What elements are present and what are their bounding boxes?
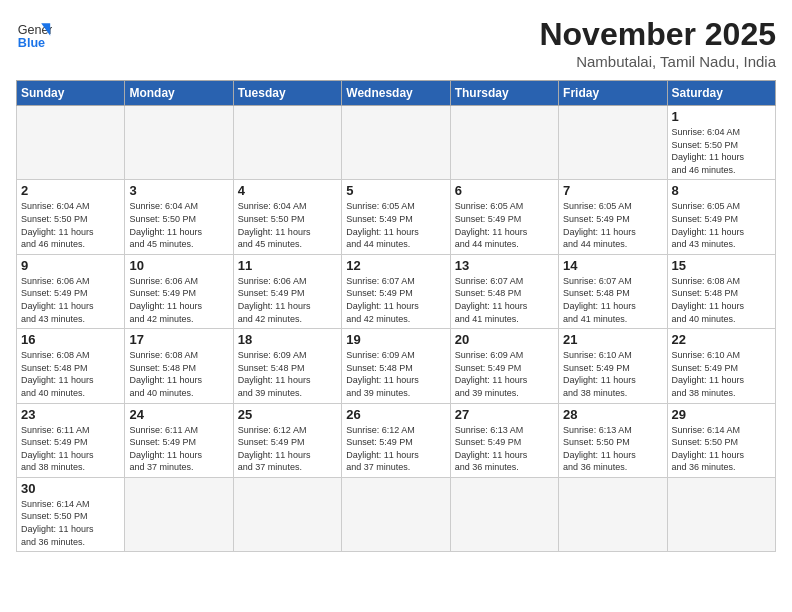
calendar-cell: 25Sunrise: 6:12 AM Sunset: 5:49 PM Dayli… — [233, 403, 341, 477]
cell-info: Sunrise: 6:08 AM Sunset: 5:48 PM Dayligh… — [672, 275, 771, 325]
cell-info: Sunrise: 6:13 AM Sunset: 5:50 PM Dayligh… — [563, 424, 662, 474]
cell-info: Sunrise: 6:09 AM Sunset: 5:48 PM Dayligh… — [238, 349, 337, 399]
day-number: 28 — [563, 407, 662, 422]
calendar-cell — [450, 106, 558, 180]
calendar-cell: 10Sunrise: 6:06 AM Sunset: 5:49 PM Dayli… — [125, 254, 233, 328]
cell-info: Sunrise: 6:04 AM Sunset: 5:50 PM Dayligh… — [21, 200, 120, 250]
day-number: 29 — [672, 407, 771, 422]
cell-info: Sunrise: 6:06 AM Sunset: 5:49 PM Dayligh… — [21, 275, 120, 325]
calendar-cell: 26Sunrise: 6:12 AM Sunset: 5:49 PM Dayli… — [342, 403, 450, 477]
calendar-table: Sunday Monday Tuesday Wednesday Thursday… — [16, 80, 776, 552]
day-number: 6 — [455, 183, 554, 198]
calendar-cell: 1Sunrise: 6:04 AM Sunset: 5:50 PM Daylig… — [667, 106, 775, 180]
header-thursday: Thursday — [450, 81, 558, 106]
day-number: 9 — [21, 258, 120, 273]
cell-info: Sunrise: 6:12 AM Sunset: 5:49 PM Dayligh… — [346, 424, 445, 474]
cell-info: Sunrise: 6:09 AM Sunset: 5:49 PM Dayligh… — [455, 349, 554, 399]
title-block: November 2025 Nambutalai, Tamil Nadu, In… — [539, 16, 776, 70]
cell-info: Sunrise: 6:05 AM Sunset: 5:49 PM Dayligh… — [563, 200, 662, 250]
calendar-cell: 27Sunrise: 6:13 AM Sunset: 5:49 PM Dayli… — [450, 403, 558, 477]
header-tuesday: Tuesday — [233, 81, 341, 106]
cell-info: Sunrise: 6:05 AM Sunset: 5:49 PM Dayligh… — [346, 200, 445, 250]
calendar-cell — [125, 477, 233, 551]
day-number: 22 — [672, 332, 771, 347]
calendar-cell: 22Sunrise: 6:10 AM Sunset: 5:49 PM Dayli… — [667, 329, 775, 403]
calendar-cell: 3Sunrise: 6:04 AM Sunset: 5:50 PM Daylig… — [125, 180, 233, 254]
cell-info: Sunrise: 6:13 AM Sunset: 5:49 PM Dayligh… — [455, 424, 554, 474]
calendar-cell — [342, 106, 450, 180]
cell-info: Sunrise: 6:06 AM Sunset: 5:49 PM Dayligh… — [129, 275, 228, 325]
cell-info: Sunrise: 6:14 AM Sunset: 5:50 PM Dayligh… — [21, 498, 120, 548]
calendar-cell: 12Sunrise: 6:07 AM Sunset: 5:49 PM Dayli… — [342, 254, 450, 328]
calendar-cell: 18Sunrise: 6:09 AM Sunset: 5:48 PM Dayli… — [233, 329, 341, 403]
month-title: November 2025 — [539, 16, 776, 53]
cell-info: Sunrise: 6:14 AM Sunset: 5:50 PM Dayligh… — [672, 424, 771, 474]
calendar-cell — [233, 106, 341, 180]
calendar-cell: 20Sunrise: 6:09 AM Sunset: 5:49 PM Dayli… — [450, 329, 558, 403]
calendar-cell: 29Sunrise: 6:14 AM Sunset: 5:50 PM Dayli… — [667, 403, 775, 477]
day-number: 17 — [129, 332, 228, 347]
cell-info: Sunrise: 6:08 AM Sunset: 5:48 PM Dayligh… — [129, 349, 228, 399]
svg-text:Blue: Blue — [18, 36, 45, 50]
calendar-cell — [559, 106, 667, 180]
calendar-cell: 21Sunrise: 6:10 AM Sunset: 5:49 PM Dayli… — [559, 329, 667, 403]
calendar-cell — [125, 106, 233, 180]
cell-info: Sunrise: 6:05 AM Sunset: 5:49 PM Dayligh… — [455, 200, 554, 250]
calendar-cell — [559, 477, 667, 551]
day-number: 21 — [563, 332, 662, 347]
cell-info: Sunrise: 6:08 AM Sunset: 5:48 PM Dayligh… — [21, 349, 120, 399]
calendar-cell: 19Sunrise: 6:09 AM Sunset: 5:48 PM Dayli… — [342, 329, 450, 403]
calendar-cell: 8Sunrise: 6:05 AM Sunset: 5:49 PM Daylig… — [667, 180, 775, 254]
calendar-cell: 15Sunrise: 6:08 AM Sunset: 5:48 PM Dayli… — [667, 254, 775, 328]
day-number: 24 — [129, 407, 228, 422]
day-number: 4 — [238, 183, 337, 198]
calendar-cell: 13Sunrise: 6:07 AM Sunset: 5:48 PM Dayli… — [450, 254, 558, 328]
header-friday: Friday — [559, 81, 667, 106]
cell-info: Sunrise: 6:07 AM Sunset: 5:48 PM Dayligh… — [455, 275, 554, 325]
day-number: 18 — [238, 332, 337, 347]
calendar-cell: 14Sunrise: 6:07 AM Sunset: 5:48 PM Dayli… — [559, 254, 667, 328]
calendar-cell: 24Sunrise: 6:11 AM Sunset: 5:49 PM Dayli… — [125, 403, 233, 477]
cell-info: Sunrise: 6:07 AM Sunset: 5:48 PM Dayligh… — [563, 275, 662, 325]
cell-info: Sunrise: 6:05 AM Sunset: 5:49 PM Dayligh… — [672, 200, 771, 250]
day-number: 19 — [346, 332, 445, 347]
day-number: 23 — [21, 407, 120, 422]
calendar-cell: 4Sunrise: 6:04 AM Sunset: 5:50 PM Daylig… — [233, 180, 341, 254]
day-number: 2 — [21, 183, 120, 198]
weekday-header-row: Sunday Monday Tuesday Wednesday Thursday… — [17, 81, 776, 106]
day-number: 27 — [455, 407, 554, 422]
day-number: 30 — [21, 481, 120, 496]
header-wednesday: Wednesday — [342, 81, 450, 106]
header-monday: Monday — [125, 81, 233, 106]
calendar-cell — [233, 477, 341, 551]
calendar-cell — [450, 477, 558, 551]
cell-info: Sunrise: 6:11 AM Sunset: 5:49 PM Dayligh… — [21, 424, 120, 474]
calendar-cell: 11Sunrise: 6:06 AM Sunset: 5:49 PM Dayli… — [233, 254, 341, 328]
header-saturday: Saturday — [667, 81, 775, 106]
calendar-cell: 17Sunrise: 6:08 AM Sunset: 5:48 PM Dayli… — [125, 329, 233, 403]
day-number: 25 — [238, 407, 337, 422]
day-number: 13 — [455, 258, 554, 273]
logo: General Blue — [16, 16, 52, 52]
day-number: 11 — [238, 258, 337, 273]
day-number: 20 — [455, 332, 554, 347]
cell-info: Sunrise: 6:04 AM Sunset: 5:50 PM Dayligh… — [672, 126, 771, 176]
page: General Blue November 2025 Nambutalai, T… — [0, 0, 792, 562]
calendar-cell: 16Sunrise: 6:08 AM Sunset: 5:48 PM Dayli… — [17, 329, 125, 403]
cell-info: Sunrise: 6:09 AM Sunset: 5:48 PM Dayligh… — [346, 349, 445, 399]
cell-info: Sunrise: 6:10 AM Sunset: 5:49 PM Dayligh… — [672, 349, 771, 399]
cell-info: Sunrise: 6:06 AM Sunset: 5:49 PM Dayligh… — [238, 275, 337, 325]
day-number: 7 — [563, 183, 662, 198]
day-number: 26 — [346, 407, 445, 422]
day-number: 15 — [672, 258, 771, 273]
cell-info: Sunrise: 6:07 AM Sunset: 5:49 PM Dayligh… — [346, 275, 445, 325]
day-number: 3 — [129, 183, 228, 198]
calendar-cell: 7Sunrise: 6:05 AM Sunset: 5:49 PM Daylig… — [559, 180, 667, 254]
calendar-cell: 5Sunrise: 6:05 AM Sunset: 5:49 PM Daylig… — [342, 180, 450, 254]
cell-info: Sunrise: 6:04 AM Sunset: 5:50 PM Dayligh… — [129, 200, 228, 250]
calendar-cell — [342, 477, 450, 551]
calendar-cell: 2Sunrise: 6:04 AM Sunset: 5:50 PM Daylig… — [17, 180, 125, 254]
cell-info: Sunrise: 6:11 AM Sunset: 5:49 PM Dayligh… — [129, 424, 228, 474]
calendar-cell — [667, 477, 775, 551]
calendar-cell — [17, 106, 125, 180]
